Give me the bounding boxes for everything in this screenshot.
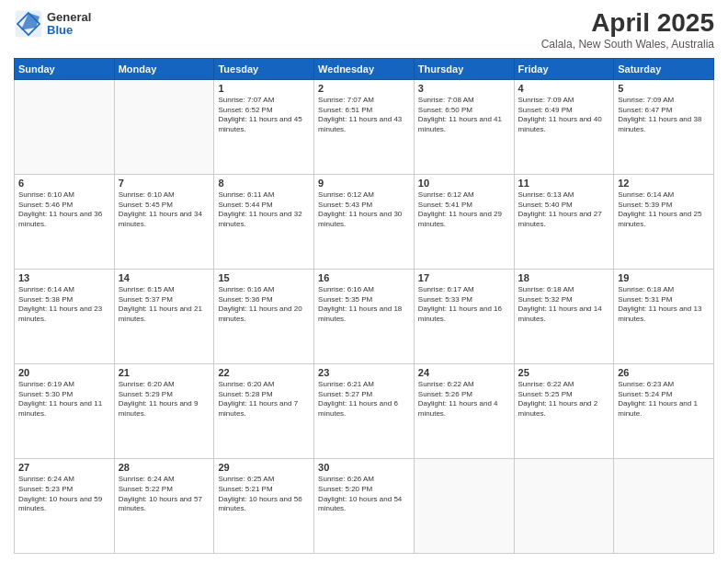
calendar-cell: 4Sunrise: 7:09 AM Sunset: 6:49 PM Daylig… xyxy=(514,79,614,174)
calendar-cell: 8Sunrise: 6:11 AM Sunset: 5:44 PM Daylig… xyxy=(214,174,314,269)
cell-info: Sunrise: 6:17 AM Sunset: 5:33 PM Dayligh… xyxy=(418,285,510,325)
cell-info: Sunrise: 6:23 AM Sunset: 5:24 PM Dayligh… xyxy=(618,380,710,419)
calendar-cell: 12Sunrise: 6:14 AM Sunset: 5:39 PM Dayli… xyxy=(614,174,714,269)
calendar-day-header: Thursday xyxy=(414,58,514,79)
calendar-cell xyxy=(514,458,614,553)
day-number: 19 xyxy=(618,272,710,283)
cell-info: Sunrise: 6:19 AM Sunset: 5:30 PM Dayligh… xyxy=(18,380,110,419)
location: Calala, New South Wales, Australia xyxy=(541,38,714,51)
calendar-week-row: 6Sunrise: 6:10 AM Sunset: 5:46 PM Daylig… xyxy=(15,174,714,269)
calendar-cell xyxy=(614,458,714,553)
calendar-cell: 27Sunrise: 6:24 AM Sunset: 5:23 PM Dayli… xyxy=(15,458,115,553)
calendar-day-header: Monday xyxy=(114,58,214,79)
calendar-cell: 20Sunrise: 6:19 AM Sunset: 5:30 PM Dayli… xyxy=(15,363,115,458)
calendar-week-row: 20Sunrise: 6:19 AM Sunset: 5:30 PM Dayli… xyxy=(15,363,714,458)
cell-info: Sunrise: 6:12 AM Sunset: 5:41 PM Dayligh… xyxy=(418,190,510,230)
cell-info: Sunrise: 6:12 AM Sunset: 5:43 PM Dayligh… xyxy=(318,190,410,230)
day-number: 30 xyxy=(318,462,410,473)
day-number: 18 xyxy=(518,272,610,283)
calendar-day-header: Wednesday xyxy=(314,58,415,79)
day-number: 16 xyxy=(318,272,410,283)
cell-info: Sunrise: 6:13 AM Sunset: 5:40 PM Dayligh… xyxy=(518,190,610,230)
calendar-cell: 11Sunrise: 6:13 AM Sunset: 5:40 PM Dayli… xyxy=(514,174,614,269)
calendar-cell: 15Sunrise: 6:16 AM Sunset: 5:36 PM Dayli… xyxy=(214,269,314,363)
calendar-week-row: 1Sunrise: 7:07 AM Sunset: 6:52 PM Daylig… xyxy=(15,79,714,174)
calendar-day-header: Tuesday xyxy=(214,58,314,79)
cell-info: Sunrise: 6:18 AM Sunset: 5:32 PM Dayligh… xyxy=(518,285,610,325)
cell-info: Sunrise: 6:11 AM Sunset: 5:44 PM Dayligh… xyxy=(218,190,310,230)
calendar-cell: 9Sunrise: 6:12 AM Sunset: 5:43 PM Daylig… xyxy=(314,174,415,269)
calendar-cell: 16Sunrise: 6:16 AM Sunset: 5:35 PM Dayli… xyxy=(314,269,415,363)
cell-info: Sunrise: 6:24 AM Sunset: 5:23 PM Dayligh… xyxy=(18,475,110,514)
day-number: 20 xyxy=(18,367,110,378)
cell-info: Sunrise: 6:16 AM Sunset: 5:35 PM Dayligh… xyxy=(318,285,410,325)
calendar-cell: 19Sunrise: 6:18 AM Sunset: 5:31 PM Dayli… xyxy=(614,269,714,363)
day-number: 21 xyxy=(119,367,210,378)
day-number: 14 xyxy=(119,272,210,283)
calendar-cell: 14Sunrise: 6:15 AM Sunset: 5:37 PM Dayli… xyxy=(114,269,214,363)
day-number: 5 xyxy=(618,83,710,94)
day-number: 3 xyxy=(418,83,510,94)
calendar-cell: 7Sunrise: 6:10 AM Sunset: 5:45 PM Daylig… xyxy=(114,174,214,269)
calendar-cell: 28Sunrise: 6:24 AM Sunset: 5:22 PM Dayli… xyxy=(114,458,214,553)
logo-blue: Blue xyxy=(47,24,91,37)
day-number: 2 xyxy=(318,83,410,94)
calendar-day-header: Sunday xyxy=(15,58,115,79)
cell-info: Sunrise: 6:25 AM Sunset: 5:21 PM Dayligh… xyxy=(218,475,310,514)
calendar-cell: 22Sunrise: 6:20 AM Sunset: 5:28 PM Dayli… xyxy=(214,363,314,458)
cell-info: Sunrise: 6:24 AM Sunset: 5:22 PM Dayligh… xyxy=(119,475,210,514)
day-number: 17 xyxy=(418,272,510,283)
calendar-cell: 3Sunrise: 7:08 AM Sunset: 6:50 PM Daylig… xyxy=(414,79,514,174)
calendar-cell: 25Sunrise: 6:22 AM Sunset: 5:25 PM Dayli… xyxy=(514,363,614,458)
cell-info: Sunrise: 6:22 AM Sunset: 5:25 PM Dayligh… xyxy=(518,380,610,419)
day-number: 8 xyxy=(218,178,310,189)
logo-icon xyxy=(14,9,43,39)
day-number: 24 xyxy=(418,367,510,378)
day-number: 15 xyxy=(218,272,310,283)
calendar-cell: 1Sunrise: 7:07 AM Sunset: 6:52 PM Daylig… xyxy=(214,79,314,174)
calendar-cell: 2Sunrise: 7:07 AM Sunset: 6:51 PM Daylig… xyxy=(314,79,415,174)
day-number: 23 xyxy=(318,367,410,378)
cell-info: Sunrise: 6:14 AM Sunset: 5:38 PM Dayligh… xyxy=(18,285,110,325)
month-title: April 2025 xyxy=(541,9,714,38)
cell-info: Sunrise: 7:09 AM Sunset: 6:47 PM Dayligh… xyxy=(618,96,710,135)
day-number: 25 xyxy=(518,367,610,378)
day-number: 28 xyxy=(119,462,210,473)
calendar-cell: 23Sunrise: 6:21 AM Sunset: 5:27 PM Dayli… xyxy=(314,363,415,458)
cell-info: Sunrise: 6:20 AM Sunset: 5:29 PM Dayligh… xyxy=(119,380,210,419)
cell-info: Sunrise: 6:15 AM Sunset: 5:37 PM Dayligh… xyxy=(119,285,210,325)
calendar-week-row: 13Sunrise: 6:14 AM Sunset: 5:38 PM Dayli… xyxy=(15,269,714,363)
calendar-cell: 10Sunrise: 6:12 AM Sunset: 5:41 PM Dayli… xyxy=(414,174,514,269)
day-number: 26 xyxy=(618,367,710,378)
calendar-cell: 24Sunrise: 6:22 AM Sunset: 5:26 PM Dayli… xyxy=(414,363,514,458)
cell-info: Sunrise: 7:07 AM Sunset: 6:51 PM Dayligh… xyxy=(318,96,410,135)
day-number: 27 xyxy=(18,462,110,473)
day-number: 4 xyxy=(518,83,610,94)
title-block: April 2025 Calala, New South Wales, Aust… xyxy=(541,9,714,51)
cell-info: Sunrise: 7:09 AM Sunset: 6:49 PM Dayligh… xyxy=(518,96,610,135)
cell-info: Sunrise: 6:21 AM Sunset: 5:27 PM Dayligh… xyxy=(318,380,410,419)
cell-info: Sunrise: 6:10 AM Sunset: 5:46 PM Dayligh… xyxy=(18,190,110,230)
cell-info: Sunrise: 6:18 AM Sunset: 5:31 PM Dayligh… xyxy=(618,285,710,325)
calendar-cell: 29Sunrise: 6:25 AM Sunset: 5:21 PM Dayli… xyxy=(214,458,314,553)
calendar-cell: 17Sunrise: 6:17 AM Sunset: 5:33 PM Dayli… xyxy=(414,269,514,363)
day-number: 11 xyxy=(518,178,610,189)
cell-info: Sunrise: 7:07 AM Sunset: 6:52 PM Dayligh… xyxy=(218,96,310,135)
day-number: 9 xyxy=(318,178,410,189)
page: General Blue April 2025 Calala, New Sout… xyxy=(0,0,728,563)
day-number: 7 xyxy=(119,178,210,189)
calendar-cell: 30Sunrise: 6:26 AM Sunset: 5:20 PM Dayli… xyxy=(314,458,415,553)
calendar-table: SundayMondayTuesdayWednesdayThursdayFrid… xyxy=(14,58,714,554)
cell-info: Sunrise: 6:26 AM Sunset: 5:20 PM Dayligh… xyxy=(318,475,410,514)
calendar-cell: 26Sunrise: 6:23 AM Sunset: 5:24 PM Dayli… xyxy=(614,363,714,458)
day-number: 13 xyxy=(18,272,110,283)
calendar-cell: 5Sunrise: 7:09 AM Sunset: 6:47 PM Daylig… xyxy=(614,79,714,174)
cell-info: Sunrise: 6:14 AM Sunset: 5:39 PM Dayligh… xyxy=(618,190,710,230)
day-number: 6 xyxy=(18,178,110,189)
calendar-week-row: 27Sunrise: 6:24 AM Sunset: 5:23 PM Dayli… xyxy=(15,458,714,553)
calendar-header-row: SundayMondayTuesdayWednesdayThursdayFrid… xyxy=(15,58,714,79)
header: General Blue April 2025 Calala, New Sout… xyxy=(14,9,714,51)
cell-info: Sunrise: 6:22 AM Sunset: 5:26 PM Dayligh… xyxy=(418,380,510,419)
day-number: 10 xyxy=(418,178,510,189)
calendar-cell: 21Sunrise: 6:20 AM Sunset: 5:29 PM Dayli… xyxy=(114,363,214,458)
